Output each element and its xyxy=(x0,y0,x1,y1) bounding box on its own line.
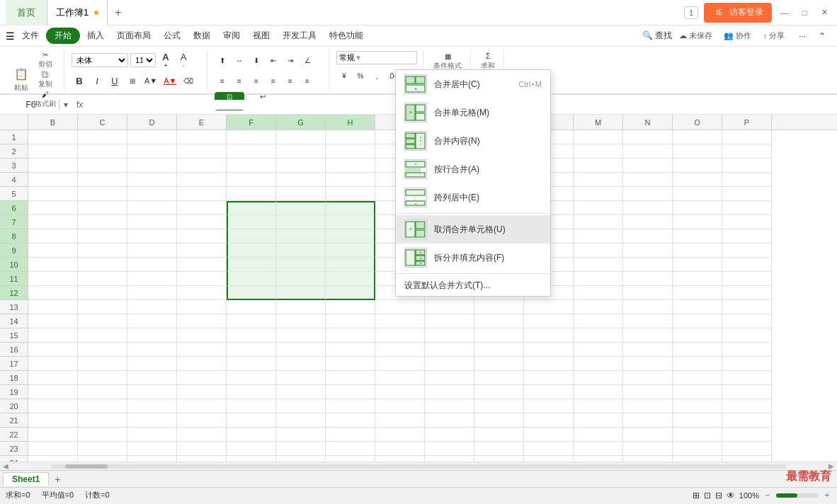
cell-2-14[interactable] xyxy=(673,144,722,159)
cell-16-6[interactable] xyxy=(276,343,326,357)
cell-13-8[interactable] xyxy=(375,300,425,314)
cell-3-2[interactable] xyxy=(78,159,127,173)
cell-11-12[interactable] xyxy=(574,272,623,286)
close-btn[interactable]: ✕ xyxy=(817,6,831,20)
cell-14-6[interactable] xyxy=(276,314,326,328)
cell-14-3[interactable] xyxy=(127,314,177,328)
cell-12-13[interactable] xyxy=(623,286,673,300)
merge-content-option[interactable]: a b c 合并内容(N) xyxy=(396,127,550,155)
row-17[interactable]: 17 xyxy=(0,357,28,371)
cell-1-5[interactable] xyxy=(227,130,276,144)
share-btn[interactable]: ↑ 分享 xyxy=(763,30,785,41)
cell-4-14[interactable] xyxy=(673,173,722,187)
cell-12-7[interactable] xyxy=(326,286,375,300)
copy-btn[interactable]: ⿻ 复制 xyxy=(33,71,58,89)
cell-9-13[interactable] xyxy=(623,244,673,258)
row-24[interactable]: 24 xyxy=(0,456,28,462)
cell-4-3[interactable] xyxy=(127,173,177,187)
font-name-select[interactable]: 未体 xyxy=(72,53,128,67)
cell-19-8[interactable] xyxy=(375,385,425,399)
row-4[interactable]: 4 xyxy=(0,173,28,187)
cell-14-7[interactable] xyxy=(326,314,375,328)
cell-23-14[interactable] xyxy=(673,442,722,456)
cell-8-5[interactable] xyxy=(227,229,276,244)
cell-11-14[interactable] xyxy=(673,272,722,286)
col-header-e[interactable]: E xyxy=(177,115,227,130)
cell-18-4[interactable] xyxy=(177,371,227,385)
cell-7-5[interactable] xyxy=(227,215,276,229)
cell-21-9[interactable] xyxy=(425,413,474,428)
cell-3-3[interactable] xyxy=(127,159,177,173)
cell-19-5[interactable] xyxy=(227,385,276,399)
cell-22-14[interactable] xyxy=(673,428,722,442)
cell-17-13[interactable] xyxy=(623,357,673,371)
cell-7-1[interactable] xyxy=(28,215,78,229)
cell-4-6[interactable] xyxy=(276,173,326,187)
cell-15-13[interactable] xyxy=(623,328,673,343)
cell-9-6[interactable] xyxy=(276,244,326,258)
col-header-b[interactable]: B xyxy=(28,115,78,130)
row-19[interactable]: 19 xyxy=(0,385,28,399)
cell-13-5[interactable] xyxy=(227,300,276,314)
cell-1-15[interactable] xyxy=(722,130,772,144)
cell-21-7[interactable] xyxy=(326,413,375,428)
row-1[interactable]: 1 xyxy=(0,130,28,144)
menu-insert[interactable]: 插入 xyxy=(81,27,110,45)
cell-11-2[interactable] xyxy=(78,272,127,286)
cell-11-4[interactable] xyxy=(177,272,227,286)
fill-color-btn[interactable]: A▼ xyxy=(142,71,159,90)
cell-18-1[interactable] xyxy=(28,371,78,385)
scrollbar-track[interactable] xyxy=(51,464,786,469)
cell-18-3[interactable] xyxy=(127,371,177,385)
cell-21-5[interactable] xyxy=(227,413,276,428)
cell-20-10[interactable] xyxy=(474,399,524,413)
cell-19-9[interactable] xyxy=(425,385,474,399)
indent-decrease-btn[interactable]: ⇤ xyxy=(266,51,281,69)
collab-btn[interactable]: 👥 协作 xyxy=(724,30,751,41)
cell-17-3[interactable] xyxy=(127,357,177,371)
menu-special[interactable]: 特色功能 xyxy=(324,27,369,45)
cell-22-13[interactable] xyxy=(623,428,673,442)
cell-17-15[interactable] xyxy=(722,357,772,371)
add-sheet-btn[interactable]: + xyxy=(49,472,66,486)
cell-24-12[interactable] xyxy=(574,456,623,462)
cell-22-9[interactable] xyxy=(425,428,474,442)
cell-8-4[interactable] xyxy=(177,229,227,244)
cell-13-14[interactable] xyxy=(673,300,722,314)
cell-16-15[interactable] xyxy=(722,343,772,357)
cell-7-13[interactable] xyxy=(623,215,673,229)
cell-11-7[interactable] xyxy=(326,272,375,286)
cell-24-11[interactable] xyxy=(524,456,574,462)
row-12[interactable]: 12 xyxy=(0,286,28,300)
cell-23-7[interactable] xyxy=(326,442,375,456)
horizontal-scrollbar[interactable]: ◀ ▶ xyxy=(0,462,837,470)
cell-3-5[interactable] xyxy=(227,159,276,173)
erase-btn[interactable]: ⌫ xyxy=(181,71,196,90)
col-header-h[interactable]: H xyxy=(326,115,375,130)
cell-19-3[interactable] xyxy=(127,385,177,399)
cell-9-3[interactable] xyxy=(127,244,177,258)
login-button[interactable]: tE 访客登录 xyxy=(704,3,772,23)
border-btn[interactable]: ⊞ xyxy=(125,71,140,90)
cell-24-3[interactable] xyxy=(127,456,177,462)
cell-5-3[interactable] xyxy=(127,187,177,201)
cell-16-8[interactable] xyxy=(375,343,425,357)
cell-9-12[interactable] xyxy=(574,244,623,258)
cell-7-15[interactable] xyxy=(722,215,772,229)
cell-21-15[interactable] xyxy=(722,413,772,428)
cell-5-5[interactable] xyxy=(227,187,276,201)
italic-btn[interactable]: I xyxy=(89,71,105,90)
cell-22-8[interactable] xyxy=(375,428,425,442)
cell-1-7[interactable] xyxy=(326,130,375,144)
cell-10-4[interactable] xyxy=(177,258,227,272)
cell-22-11[interactable] xyxy=(524,428,574,442)
font-decrease-btn[interactable]: A- xyxy=(176,51,191,69)
cell-5-1[interactable] xyxy=(28,187,78,201)
cell-19-11[interactable] xyxy=(524,385,574,399)
cell-16-14[interactable] xyxy=(673,343,722,357)
cell-2-15[interactable] xyxy=(722,144,772,159)
cell-22-15[interactable] xyxy=(722,428,772,442)
cell-24-4[interactable] xyxy=(177,456,227,462)
cell-21-11[interactable] xyxy=(524,413,574,428)
menu-formula[interactable]: 公式 xyxy=(158,27,186,45)
